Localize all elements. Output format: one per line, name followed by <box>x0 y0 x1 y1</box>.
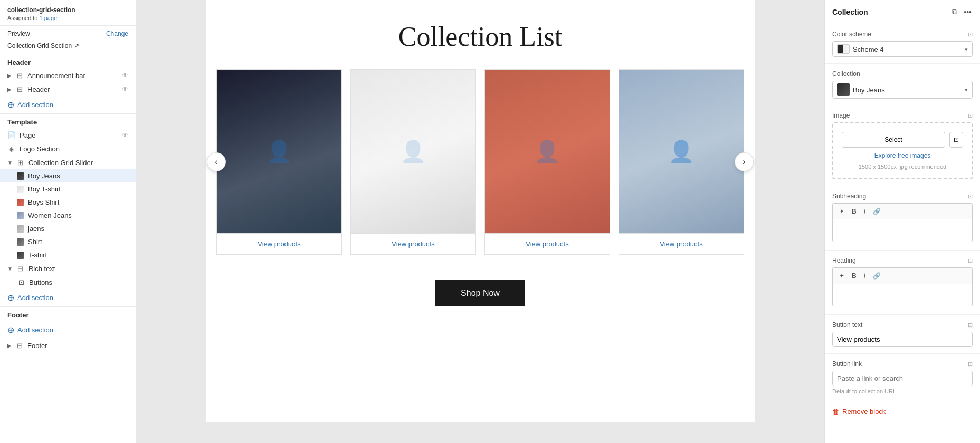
child-label: Women Jeans <box>28 211 72 219</box>
button-link-field: Button link ⊡ Default to collection URL <box>825 354 980 401</box>
group-template: Template <box>0 114 136 128</box>
right-panel-header: Collection ⧉ ••• <box>825 0 980 24</box>
header-label: Header <box>27 85 118 93</box>
next-button[interactable]: › <box>735 152 754 171</box>
rich-text-label: Rich text <box>28 265 128 273</box>
product-image-4: 👤 <box>619 70 744 233</box>
grid-icon: ⊞ <box>15 85 24 93</box>
assigned-link[interactable]: 1 page <box>40 15 58 21</box>
copy-icon: ⊡ <box>968 361 973 368</box>
shop-now-section: Shop Now <box>435 280 525 306</box>
preview-label: Preview <box>7 30 30 37</box>
sidebar-item-announcement-bar[interactable]: ▶ ⊞ Announcement bar 👁 <box>0 69 136 82</box>
group-footer: Footer <box>0 307 136 321</box>
eye-icon: 👁 <box>122 72 128 79</box>
item-icon <box>17 238 24 246</box>
child-label: Boys Shirt <box>28 198 59 206</box>
sidebar-item-logo[interactable]: ◈ Logo Section <box>0 142 136 156</box>
item-icon <box>17 186 24 193</box>
template-add-section[interactable]: ⊕ Add section <box>0 289 136 306</box>
color-scheme-select[interactable]: Scheme 4 ▾ <box>832 41 973 57</box>
sidebar-item-collection-grid-slider[interactable]: ▼ ⊞ Collection Grid Slider <box>0 156 136 169</box>
sparkle-btn[interactable]: ✦ <box>837 207 846 216</box>
sidebar-item-footer[interactable]: ▶ ⊞ Footer <box>0 339 136 352</box>
trash-icon: 🗑 <box>832 408 839 416</box>
color-scheme-field: Color scheme ⊡ Scheme 4 ▾ <box>825 24 980 64</box>
product-card-4: 👤 View products <box>619 69 744 255</box>
image-library-button[interactable]: ⊡ <box>949 132 963 148</box>
product-image-2: 👤 <box>351 70 475 233</box>
view-products-btn-4[interactable]: View products <box>660 240 702 248</box>
sidebar-item-header[interactable]: ▶ ⊞ Header 👁 <box>0 82 136 96</box>
copy-icon: ⊡ <box>968 322 973 329</box>
view-products-btn-3[interactable]: View products <box>526 240 568 248</box>
sidebar-child-shirt[interactable]: Shirt <box>0 235 136 248</box>
button-text-input[interactable] <box>832 332 973 347</box>
canvas-content: Collection List ‹ 👤 View products 👤 View… <box>206 0 755 422</box>
chevron-icon: ▼ <box>7 266 13 272</box>
bold-btn[interactable]: B <box>850 271 859 281</box>
bold-btn[interactable]: B <box>850 207 859 216</box>
copy-icon: ⊡ <box>968 31 973 38</box>
subheading-textarea[interactable] <box>832 219 973 242</box>
remove-block-button[interactable]: 🗑 Remove block <box>832 408 886 416</box>
change-button[interactable]: Change <box>106 30 128 37</box>
item-icon <box>17 212 24 219</box>
sidebar-child-boy-jeans[interactable]: Boy Jeans <box>0 169 136 182</box>
sidebar-preview-row: Preview Change <box>0 26 136 42</box>
heading-textarea[interactable] <box>832 284 973 306</box>
header-add-section[interactable]: ⊕ Add section <box>0 96 136 113</box>
image-select-button[interactable]: Select <box>842 132 945 148</box>
logo-label: Logo Section <box>20 145 128 153</box>
sparkle-btn[interactable]: ✦ <box>837 271 846 281</box>
collection-grid-slider-label: Collection Grid Slider <box>28 159 128 167</box>
child-label: Boy T-shirt <box>28 185 61 193</box>
child-label: T-shirt <box>28 251 47 259</box>
image-hint: 1500 x 1500px .jpg recommended <box>859 163 946 170</box>
item-icon <box>17 172 24 180</box>
italic-btn[interactable]: I <box>862 207 868 216</box>
heading-field: Heading ⊡ ✦ B I 🔗 <box>825 251 980 315</box>
group-footer-label: Footer <box>7 311 28 319</box>
add-section-label2: Add section <box>17 294 53 302</box>
button-link-label: Button link ⊡ <box>832 360 973 368</box>
sidebar-child-boy-t-shirt[interactable]: Boy T-shirt <box>0 182 136 196</box>
italic-btn[interactable]: I <box>862 271 868 281</box>
sidebar-child-boys-shirt[interactable]: Boys Shirt <box>0 196 136 209</box>
shop-now-button[interactable]: Shop Now <box>435 280 525 306</box>
announcement-bar-label: Announcement bar <box>27 72 118 80</box>
image-label: Image ⊡ <box>832 112 973 119</box>
child-label: Boy Jeans <box>28 172 60 180</box>
collection-select[interactable]: Boy Jeans ▾ <box>832 81 973 99</box>
left-sidebar: collection-grid-section Assigned to 1 pa… <box>0 0 136 443</box>
sidebar-child-jaens[interactable]: jaens <box>0 222 136 235</box>
footer-add-section[interactable]: ⊕ Add section <box>0 321 136 339</box>
view-products-btn-2[interactable]: View products <box>392 240 434 248</box>
sidebar-child-women-jeans[interactable]: Women Jeans <box>0 209 136 222</box>
sidebar-item-rich-text[interactable]: ▼ ⊟ Rich text <box>0 262 136 275</box>
group-header-label: Header <box>7 59 31 66</box>
collection-field: Collection Boy Jeans ▾ <box>825 64 980 105</box>
view-products-btn-1[interactable]: View products <box>258 240 300 248</box>
button-link-hint: Default to collection URL <box>832 388 973 394</box>
button-link-input[interactable] <box>832 371 973 386</box>
grid-icon: ⊞ <box>15 71 24 80</box>
panel-actions: ⧉ ••• <box>951 6 973 17</box>
preview-link-row: Collection Grid Section ↗ <box>0 42 136 54</box>
external-link-icon: ↗ <box>74 42 79 50</box>
image-upload-buttons: Select ⊡ <box>842 132 963 148</box>
duplicate-icon[interactable]: ⧉ <box>951 6 958 17</box>
explore-link[interactable]: Explore free images <box>874 152 931 159</box>
add-section-label: Add section <box>17 101 53 109</box>
group-header: Header <box>0 54 136 69</box>
more-options-icon[interactable]: ••• <box>963 7 973 17</box>
sidebar-child-buttons[interactable]: ⊡ Buttons <box>0 275 136 289</box>
link-btn[interactable]: 🔗 <box>871 207 883 216</box>
sidebar-child-t-shirt[interactable]: T-shirt <box>0 248 136 262</box>
grid-icon: ⊞ <box>16 158 25 167</box>
link-btn[interactable]: 🔗 <box>871 271 883 281</box>
sidebar-item-page[interactable]: 📄 Page 👁 <box>0 128 136 142</box>
child-label: jaens <box>28 225 44 233</box>
heading-label: Heading ⊡ <box>832 257 973 264</box>
prev-button[interactable]: ‹ <box>207 152 226 171</box>
